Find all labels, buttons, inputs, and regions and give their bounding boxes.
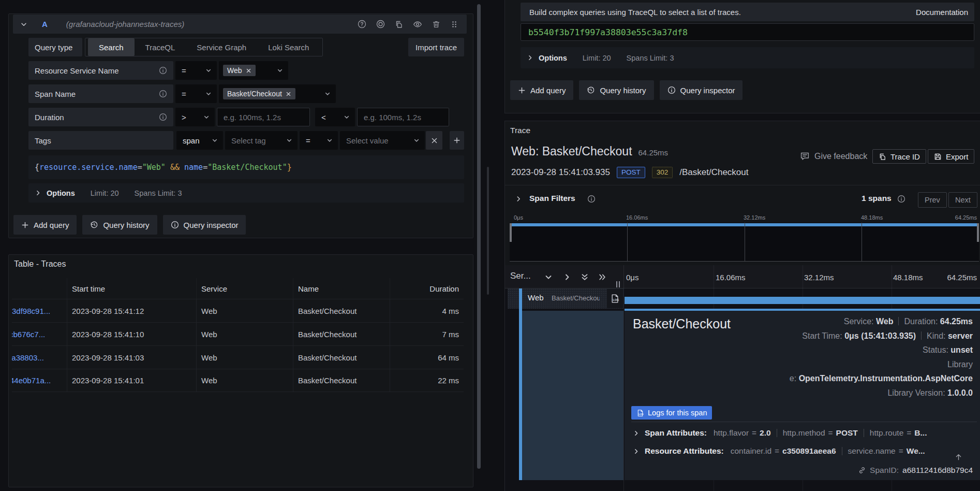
duration-max-operator-select[interactable]: < <box>315 108 355 126</box>
query-ref-id[interactable]: A <box>42 20 48 28</box>
query-inspector-button[interactable]: Query inspector <box>660 80 743 100</box>
tab-search[interactable]: Search <box>88 38 135 56</box>
query-row-header[interactable]: A (grafanacloud-johannestax-traces) <box>13 15 467 34</box>
chevron-right-icon <box>527 54 533 61</box>
pane-scrollbar[interactable] <box>487 167 489 295</box>
query-history-button[interactable]: Query history <box>82 215 157 235</box>
link-icon[interactable] <box>858 466 866 474</box>
remove-value-icon[interactable] <box>246 68 251 74</box>
tag-operator-select[interactable]: = <box>300 131 338 150</box>
info-icon[interactable] <box>159 113 167 121</box>
traceql-help-text: Build complex queries using TraceQL to s… <box>529 8 741 17</box>
span-duration-bar[interactable] <box>625 297 980 304</box>
duplicate-query-icon[interactable] <box>395 20 403 28</box>
trace-id-link[interactable]: 3df98c91... <box>12 307 50 315</box>
history-icon <box>90 221 98 229</box>
export-button[interactable]: Export <box>928 149 974 164</box>
span-detail-name-column <box>522 311 623 480</box>
resource-service-name-label: Resource Service Name <box>28 61 173 80</box>
span-overview-line-6: Library Version: 1.0.0.0 <box>790 386 973 400</box>
next-span-button[interactable]: Next <box>948 192 977 208</box>
remove-value-icon[interactable] <box>286 91 291 97</box>
chevron-right-icon <box>633 430 640 437</box>
column-header-duration[interactable]: Duration <box>390 278 464 299</box>
help-icon[interactable] <box>358 20 366 28</box>
give-feedback-link[interactable]: Give feedback <box>800 151 867 161</box>
tags-row: Tags span Select tag = Select value <box>28 131 464 150</box>
tab-loki-search[interactable]: Loki Search <box>257 38 320 56</box>
preview-and-operator: && <box>166 163 184 172</box>
drag-handle-icon[interactable] <box>450 20 458 28</box>
chevron-down-icon <box>344 114 350 120</box>
trace-header: Web: Basket/Checkout 64.25ms <box>511 145 668 158</box>
column-header-service[interactable]: Service <box>196 278 293 299</box>
chevron-down-icon[interactable] <box>20 21 27 28</box>
chevron-right-icon[interactable] <box>515 195 522 203</box>
add-tag-button[interactable] <box>450 131 464 150</box>
trace-id-link[interactable]: 7a38803... <box>12 353 44 362</box>
timeline-tick: 48.18ms <box>893 273 923 282</box>
eye-icon[interactable] <box>413 20 422 29</box>
tag-name-select[interactable]: Select tag <box>225 131 298 150</box>
info-icon[interactable] <box>159 90 167 98</box>
traceql-query-input[interactable]: b5540f3b71f997a38803e55c3a37df8 <box>521 23 974 41</box>
span-row-operation[interactable]: Basket/Checkout <box>552 294 600 302</box>
query-editor-panel: A (grafanacloud-johannestax-traces) <box>8 13 473 238</box>
query-inspector-button[interactable]: Query inspector <box>163 215 246 235</box>
chevron-down-icon[interactable] <box>544 273 553 281</box>
resource-attributes-row[interactable]: Resource Attributes: container.id = c350… <box>633 446 977 456</box>
tab-service-graph[interactable]: Service Graph <box>186 38 257 56</box>
duration-max-input[interactable]: e.g. 100ms, 1.2s <box>357 108 449 126</box>
scroll-to-top-icon[interactable] <box>955 453 962 461</box>
info-icon[interactable] <box>159 66 167 75</box>
trace-id-button[interactable]: Trace ID <box>872 149 926 164</box>
add-query-button[interactable]: Add query <box>13 215 77 235</box>
query-options-row[interactable]: Options Limit: 20 Spans Limit: 3 <box>521 47 974 68</box>
double-chevron-right-icon[interactable] <box>598 273 606 281</box>
preview-value-1: "Web" <box>142 163 166 172</box>
add-query-button[interactable]: Add query <box>510 80 573 100</box>
tag-scope-select[interactable]: span <box>176 131 223 150</box>
timeline-tick: 32.12ms <box>804 273 834 282</box>
span-filters-label[interactable]: Span Filters <box>529 194 575 203</box>
column-header-name[interactable]: Name <box>293 278 390 299</box>
minimap-left-handle[interactable] <box>510 223 512 242</box>
query-options-row[interactable]: Options Limit: 20 Spans Limit: 3 <box>28 183 464 203</box>
minimap-right-handle[interactable] <box>977 223 979 242</box>
trace-id-link[interactable]: 44e0b71a... <box>12 376 51 385</box>
record-circle-icon[interactable] <box>376 20 385 28</box>
service-operation-column-header[interactable]: Ser... <box>510 271 531 281</box>
span-attributes-row[interactable]: Span Attributes: http.flavor = 2.0 http.… <box>633 428 977 438</box>
cell-service: Web <box>196 299 293 322</box>
tab-traceql[interactable]: TraceQL <box>135 38 186 56</box>
remove-tag-button[interactable] <box>426 131 442 150</box>
logs-for-span-button[interactable]: LOG Logs for this span <box>631 406 712 420</box>
query-history-button[interactable]: Query history <box>579 80 654 100</box>
trace-duration: 64.25ms <box>639 148 669 157</box>
column-resize-grabber[interactable] <box>616 281 620 287</box>
duration-min-input[interactable]: e.g. 100ms, 1.2s <box>217 108 310 126</box>
chevron-down-icon <box>324 91 331 97</box>
trace-minimap[interactable] <box>510 223 979 262</box>
double-chevron-down-icon[interactable] <box>581 273 589 281</box>
resource-service-operator-select[interactable]: = <box>175 61 217 80</box>
trash-icon[interactable] <box>432 20 440 28</box>
column-header-start-time[interactable]: Start time <box>67 278 196 299</box>
trace-id-link[interactable]: cb676c7... <box>12 330 45 339</box>
chevron-down-icon <box>326 137 333 143</box>
span-name-label: Span Name <box>28 84 173 103</box>
import-trace-button[interactable]: Import trace <box>408 38 464 56</box>
duration-min-operator-select[interactable]: > <box>175 108 215 126</box>
chevron-right-icon[interactable] <box>563 273 571 281</box>
span-logs-icon[interactable]: LOG <box>607 289 623 308</box>
span-row-service[interactable]: Web <box>528 293 544 302</box>
span-name-operator-select[interactable]: = <box>175 84 217 103</box>
cell-duration: 7 ms <box>390 323 464 345</box>
tag-value-select[interactable]: Select value <box>340 131 425 150</box>
prev-span-button[interactable]: Prev <box>918 192 947 208</box>
resource-service-value-select[interactable]: Web <box>219 61 288 80</box>
span-name-value-select[interactable]: Basket/Checkout <box>219 84 336 103</box>
options-spans-limit: Spans Limit: 3 <box>627 54 674 62</box>
pane-split-handle[interactable] <box>477 4 481 469</box>
documentation-link[interactable]: Documentation <box>916 8 968 17</box>
